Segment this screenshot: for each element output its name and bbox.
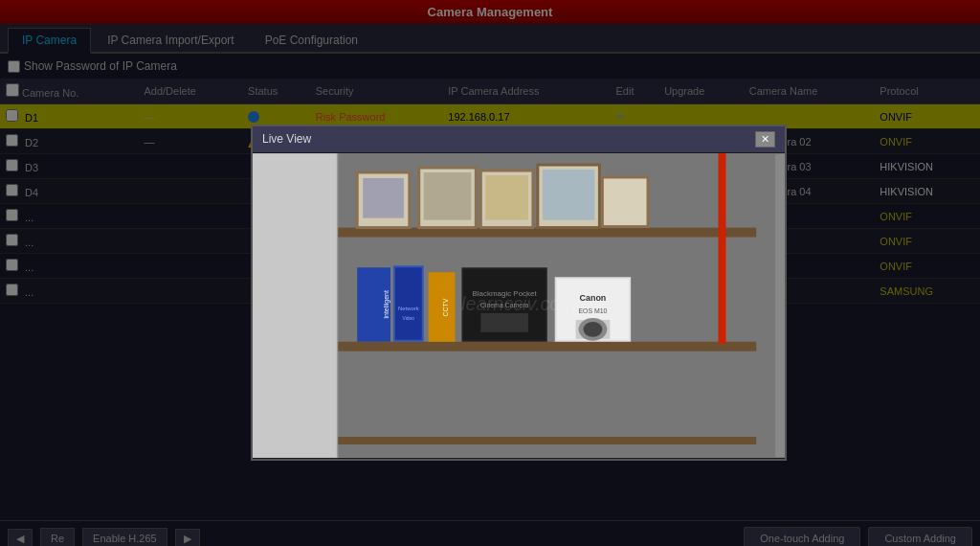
svg-rect-6 — [338, 437, 756, 444]
svg-text:Video: Video — [403, 315, 415, 320]
live-view-title: Live View — [262, 132, 311, 146]
svg-point-36 — [584, 321, 603, 336]
live-view-content: Intelligent Network Video CCTV Blackmagi… — [253, 152, 785, 459]
svg-rect-1 — [253, 153, 338, 458]
svg-rect-4 — [338, 227, 756, 237]
svg-rect-15 — [602, 176, 648, 226]
svg-text:Intelligent: Intelligent — [383, 290, 390, 319]
svg-rect-20 — [395, 267, 422, 339]
svg-rect-29 — [480, 312, 528, 331]
live-view-overlay: Live View ✕ — [0, 0, 980, 546]
svg-text:Canon: Canon — [580, 293, 607, 303]
svg-text:Network: Network — [398, 305, 419, 310]
live-view-header: Live View ✕ — [253, 126, 785, 152]
svg-text:learncciv.com: learncciv.com — [461, 292, 576, 313]
svg-rect-16 — [719, 153, 726, 344]
svg-rect-12 — [485, 174, 528, 219]
svg-text:CCTV: CCTV — [442, 298, 449, 316]
svg-rect-5 — [338, 341, 756, 351]
live-view-image: Intelligent Network Video CCTV Blackmagi… — [253, 152, 785, 459]
svg-text:EOS M10: EOS M10 — [578, 307, 607, 313]
svg-rect-10 — [424, 172, 472, 220]
svg-rect-14 — [543, 170, 595, 220]
live-view-close-button[interactable]: ✕ — [755, 131, 775, 148]
live-view-modal: Live View ✕ — [251, 125, 787, 461]
svg-rect-8 — [363, 177, 404, 217]
